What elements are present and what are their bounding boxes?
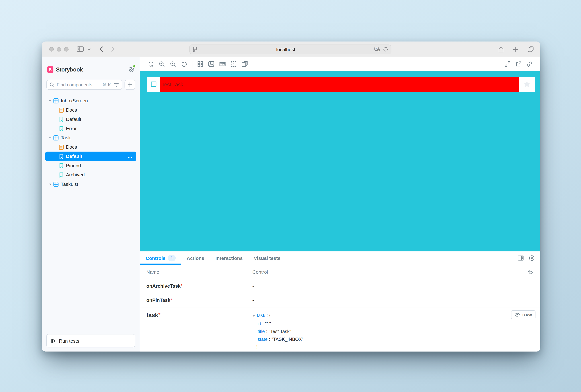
close-window-button[interactable] (49, 47, 54, 51)
tree-label: Archived (66, 172, 85, 178)
story-canvas: Test Task (140, 71, 540, 251)
tree-item-task-archived[interactable]: Archived (45, 170, 136, 180)
collapse-triangle-icon[interactable]: ▼ (252, 314, 255, 318)
chevron-down-icon[interactable] (47, 137, 53, 139)
zoom-out-icon[interactable] (167, 59, 178, 69)
task-component: Test Task (147, 77, 535, 92)
story-bookmark-icon (58, 126, 64, 131)
settings-gear-icon[interactable] (128, 66, 135, 73)
task-title-text: Test Task (162, 81, 183, 87)
tree-label: Pinned (66, 163, 81, 168)
json-key[interactable]: task (257, 313, 265, 318)
component-icon (53, 182, 58, 187)
tree-item-tasklist[interactable]: TaskList (45, 180, 136, 189)
name-column-header: Name (140, 269, 246, 275)
run-tests-label: Run tests (59, 338, 79, 344)
json-punct: : (268, 337, 271, 342)
search-shortcut: ⌘ K (102, 82, 111, 88)
raw-toggle-button[interactable]: RAW (511, 310, 536, 319)
json-value[interactable]: "TASK_INBOX" (272, 337, 304, 342)
control-row-onarchivetask: onArchiveTask* - (140, 279, 540, 293)
story-bookmark-icon (58, 172, 64, 178)
json-value[interactable]: "1" (265, 321, 271, 326)
stacked-panels-icon[interactable] (239, 59, 250, 69)
open-new-tab-icon[interactable] (513, 59, 524, 69)
storybook-sidebar: S Storybook (42, 57, 140, 352)
browser-titlebar: localhost A x (42, 42, 540, 57)
controls-count-badge: 1 (168, 255, 175, 261)
task-checkbox-cell (147, 77, 160, 92)
tab-interactions[interactable]: Interactions (210, 251, 248, 265)
controls-table: Name Control onArchiveTask* (140, 265, 540, 352)
sidebar-toggle-icon[interactable] (75, 45, 85, 53)
tree-item-task[interactable]: Task (45, 133, 136, 142)
json-key[interactable]: state (258, 337, 268, 342)
close-panel-icon[interactable] (526, 253, 537, 263)
eye-icon (515, 313, 520, 316)
chevron-right-icon[interactable] (47, 182, 53, 186)
desktop-background: localhost A x (0, 0, 581, 392)
panel-position-icon[interactable] (515, 253, 526, 263)
tree-label: Default (66, 116, 81, 122)
translate-icon[interactable]: A x (374, 47, 380, 52)
json-value[interactable]: "Test Task" (269, 329, 291, 334)
json-punct: : (265, 329, 269, 334)
tree-item-inboxscreen[interactable]: InboxScreen (45, 96, 136, 105)
toolbar-separator (192, 60, 192, 67)
star-icon[interactable] (523, 81, 531, 88)
tree-item-task-default-selected[interactable]: Default … (45, 152, 136, 161)
remount-icon[interactable] (145, 59, 156, 69)
outline-icon[interactable] (228, 59, 239, 69)
component-tree: InboxScreen Docs (45, 96, 136, 189)
play-icon (51, 338, 56, 343)
json-object-editor[interactable]: ▼task : { id : "1" title : "Test Task" s… (246, 312, 540, 351)
add-button[interactable] (124, 80, 135, 90)
component-icon (53, 98, 58, 103)
docs-icon (58, 107, 64, 112)
back-icon[interactable] (98, 45, 104, 53)
grid-icon[interactable] (195, 59, 206, 69)
json-key[interactable]: title (258, 329, 265, 334)
minimize-window-button[interactable] (57, 47, 61, 51)
zoom-window-button[interactable] (64, 47, 68, 51)
json-key[interactable]: id (258, 321, 261, 326)
new-tab-icon[interactable] (511, 45, 520, 54)
chevron-down-icon[interactable] (86, 46, 92, 52)
tab-overview-icon[interactable] (526, 45, 535, 54)
search-input[interactable]: Find components ⌘ K (46, 80, 122, 90)
required-asterisk: * (170, 297, 172, 303)
task-checkbox[interactable] (150, 82, 156, 87)
tab-visual-tests[interactable]: Visual tests (248, 251, 286, 265)
address-bar[interactable]: localhost A x (189, 44, 391, 54)
tree-item-inboxscreen-default[interactable]: Default (45, 114, 136, 124)
tree-item-inboxscreen-docs[interactable]: Docs (45, 105, 136, 114)
tree-label: Default (66, 154, 82, 159)
task-title-label[interactable]: Test Task (160, 77, 519, 92)
copy-link-icon[interactable] (524, 59, 535, 69)
canvas-toolbar (140, 57, 540, 71)
background-icon[interactable] (206, 59, 217, 69)
reset-zoom-icon[interactable] (179, 59, 190, 69)
reload-icon[interactable] (383, 47, 388, 52)
forward-icon[interactable] (110, 45, 116, 53)
arg-name: task (146, 312, 158, 318)
chevron-down-icon[interactable] (47, 100, 53, 102)
table-header-row: Name Control (140, 265, 540, 279)
control-column-header: Control (246, 269, 540, 275)
measure-icon[interactable] (217, 59, 228, 69)
tab-actions[interactable]: Actions (181, 251, 210, 265)
reader-icon[interactable] (193, 47, 197, 52)
tab-controls[interactable]: Controls 1 (140, 251, 181, 265)
reset-controls-icon[interactable] (527, 270, 533, 274)
run-tests-button[interactable]: Run tests (46, 334, 135, 348)
filter-icon[interactable] (114, 82, 119, 87)
zoom-in-icon[interactable] (156, 59, 167, 69)
tree-item-inboxscreen-error[interactable]: Error (45, 124, 136, 133)
share-icon[interactable] (497, 45, 505, 54)
json-punct: : { (265, 313, 271, 318)
item-menu-icon[interactable]: … (127, 154, 134, 159)
tree-item-task-pinned[interactable]: Pinned (45, 161, 136, 170)
fullscreen-icon[interactable] (502, 59, 513, 69)
tree-item-task-docs[interactable]: Docs (45, 142, 136, 152)
brand-title: Storybook (56, 66, 128, 73)
